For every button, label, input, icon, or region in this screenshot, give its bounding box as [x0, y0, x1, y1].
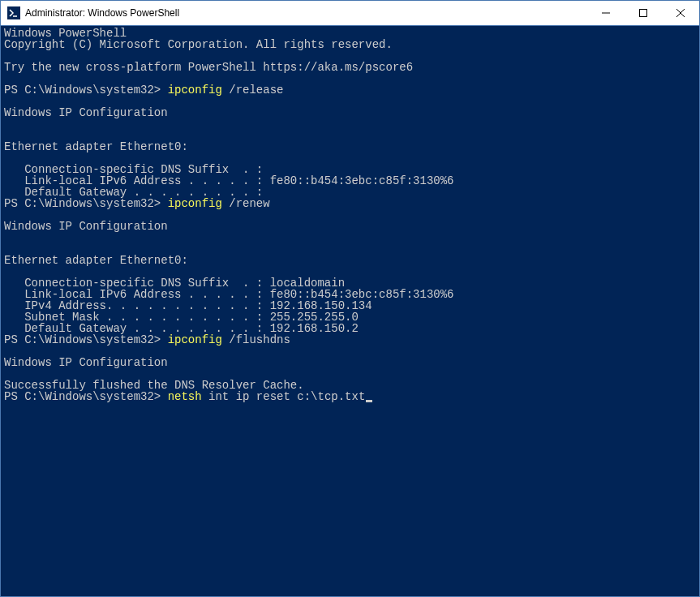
- powershell-icon: [7, 6, 20, 19]
- svg-rect-3: [640, 10, 647, 17]
- command-args: /renew: [229, 197, 269, 210]
- terminal-line: Windows PowerShell: [4, 28, 696, 39]
- terminal-line: [4, 346, 696, 357]
- terminal-line: Default Gateway . . . . . . . . . : 192.…: [4, 323, 696, 334]
- terminal-line: [4, 118, 696, 130]
- command-args: /release: [229, 84, 283, 97]
- terminal-line: Windows IP Configuration: [4, 107, 696, 118]
- terminal-line: Link-local IPv6 Address . . . . . : fe80…: [4, 175, 696, 187]
- command-text: netsh: [168, 390, 208, 403]
- terminal-line: Default Gateway . . . . . . . . . :: [4, 187, 696, 198]
- terminal-line: Copyright (C) Microsoft Corporation. All…: [4, 39, 696, 50]
- powershell-window: Administrator: Windows PowerShell Window…: [0, 0, 700, 597]
- terminal-line: Link-local IPv6 Address . . . . . : fe80…: [4, 289, 696, 300]
- terminal-line: [4, 232, 696, 243]
- terminal-line: IPv4 Address. . . . . . . . . . . : 192.…: [4, 300, 696, 311]
- terminal-line: Subnet Mask . . . . . . . . . . . : 255.…: [4, 311, 696, 323]
- cursor: [366, 400, 372, 402]
- command-text: ipconfig: [168, 333, 230, 346]
- terminal-line: Ethernet adapter Ethernet0:: [4, 255, 696, 266]
- terminal-output[interactable]: Windows PowerShellCopyright (C) Microsof…: [1, 26, 699, 596]
- command-text: ipconfig: [168, 84, 230, 97]
- terminal-line: [4, 266, 696, 277]
- command-text: ipconfig: [168, 197, 230, 210]
- terminal-line: [4, 96, 696, 107]
- terminal-line: [4, 73, 696, 84]
- prompt-text: PS C:\Windows\system32>: [4, 197, 168, 210]
- terminal-line: Windows IP Configuration: [4, 221, 696, 232]
- command-args: int ip reset c:\tcp.txt: [208, 390, 365, 403]
- window-title: Administrator: Windows PowerShell: [25, 7, 179, 19]
- terminal-line: PS C:\Windows\system32> netsh int ip res…: [4, 391, 696, 402]
- maximize-icon: [639, 9, 647, 17]
- titlebar[interactable]: Administrator: Windows PowerShell: [1, 1, 699, 26]
- terminal-line: [4, 50, 696, 62]
- prompt-text: PS C:\Windows\system32>: [4, 84, 168, 97]
- terminal-line: PS C:\Windows\system32> ipconfig /renew: [4, 198, 696, 209]
- terminal-line: Successfully flushed the DNS Resolver Ca…: [4, 380, 696, 391]
- terminal-line: Ethernet adapter Ethernet0:: [4, 141, 696, 152]
- terminal-line: PS C:\Windows\system32> ipconfig /flushd…: [4, 334, 696, 346]
- command-args: /flushdns: [229, 333, 290, 346]
- terminal-line: Try the new cross-platform PowerShell ht…: [4, 62, 696, 73]
- terminal-line: PS C:\Windows\system32> ipconfig /releas…: [4, 84, 696, 96]
- minimize-button[interactable]: [587, 1, 625, 25]
- close-button[interactable]: [662, 1, 699, 25]
- terminal-line: Connection-specific DNS Suffix . :: [4, 164, 696, 175]
- terminal-line: Connection-specific DNS Suffix . : local…: [4, 277, 696, 289]
- terminal-line: [4, 368, 696, 380]
- prompt-text: PS C:\Windows\system32>: [4, 390, 168, 403]
- terminal-line: [4, 152, 696, 164]
- terminal-line: [4, 209, 696, 221]
- terminal-line: [4, 243, 696, 255]
- maximize-button[interactable]: [625, 1, 662, 25]
- terminal-line: Windows IP Configuration: [4, 357, 696, 368]
- prompt-text: PS C:\Windows\system32>: [4, 333, 168, 346]
- close-icon: [676, 9, 685, 17]
- minimize-icon: [602, 9, 610, 17]
- terminal-line: [4, 130, 696, 141]
